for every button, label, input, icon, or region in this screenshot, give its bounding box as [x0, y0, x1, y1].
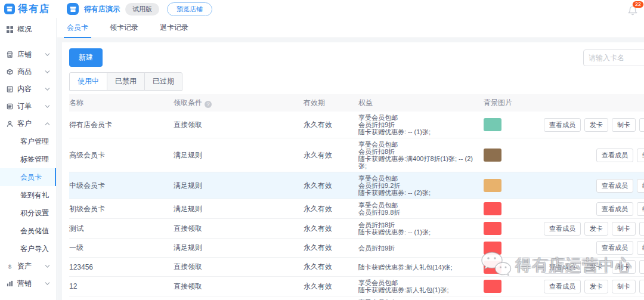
card-benefits: 享受会员包邮会员折扣8折随卡获赠优惠券:满400打8折(1)张; -- (2)张…	[358, 138, 484, 172]
view-members-button[interactable]: 查看成员	[544, 222, 581, 236]
sidebar-subitem[interactable]: 会员卡	[0, 168, 56, 186]
make-card-button[interactable]: 制卡	[612, 222, 636, 236]
table-row: 123456直接领取永久有效随卡获赠优惠券:新人礼包(14)张;查看成员发卡制卡…	[69, 258, 644, 277]
benefit-line: 会员折扣9折	[358, 245, 479, 252]
edit-button[interactable]: 编辑	[639, 222, 644, 236]
store-name: 得有店演示	[84, 4, 120, 14]
make-card-button[interactable]: 制卡	[612, 280, 636, 293]
sidebar-item[interactable]: 内容	[0, 81, 56, 98]
row-actions: 查看成员编辑	[540, 239, 644, 258]
benefit-line: 随卡获赠优惠券: -- (1)张;	[358, 128, 479, 135]
card-benefits: 会员折扣9折	[358, 239, 484, 258]
page-tab[interactable]: 会员卡	[65, 18, 90, 38]
make-card-button[interactable]: 制卡	[612, 118, 636, 132]
sidebar-item[interactable]: 客户	[0, 115, 56, 132]
sidebar-item-label: 营销	[17, 279, 32, 289]
marketing-icon	[6, 280, 13, 287]
card-name: 得有店会员卡	[69, 112, 174, 138]
edit-button[interactable]: 编辑	[639, 260, 644, 274]
edit-button[interactable]: 编辑	[639, 280, 644, 293]
card-condition: 直接领取	[174, 277, 304, 296]
column-header-validity: 有效期	[304, 94, 358, 112]
column-header-actions	[540, 94, 644, 112]
notification-bell[interactable]: 22	[627, 2, 640, 16]
sidebar-item-label: 订单	[17, 101, 32, 112]
edit-button[interactable]: 编辑	[637, 149, 644, 162]
view-members-button[interactable]: 查看成员	[544, 118, 581, 132]
view-members-button[interactable]: 查看成员	[596, 202, 633, 216]
status-filter-tab[interactable]: 已过期	[144, 72, 182, 91]
table-row: 得有店会员卡直接领取永久有效享受会员包邮会员折扣9折随卡获赠优惠券: -- (1…	[69, 112, 644, 138]
issue-card-button[interactable]: 发卡	[584, 118, 608, 132]
sidebar-subitem[interactable]: 客户管理	[0, 132, 56, 150]
card-condition: 满足规则	[174, 239, 304, 258]
benefit-line: 随卡获赠优惠券:满400打8折(1)张; -- (2)张;	[358, 155, 479, 169]
card-background-cell	[484, 296, 540, 300]
sidebar-item[interactable]: 商品	[0, 63, 56, 81]
make-card-button[interactable]: 制卡	[612, 260, 636, 274]
sidebar-subitem[interactable]: 标签管理	[0, 150, 56, 168]
card-name: 一级	[69, 239, 174, 258]
card-name: 12	[69, 277, 174, 296]
edit-button[interactable]: 编辑	[637, 202, 644, 216]
page-tab[interactable]: 领卡记录	[108, 18, 140, 38]
view-members-button[interactable]: 查看成员	[596, 149, 633, 162]
card-validity: 永久有效	[304, 112, 358, 138]
sidebar-subitem[interactable]: 签到有礼	[0, 186, 56, 204]
sidebar-item[interactable]: 店铺	[0, 46, 56, 63]
card-background-swatch	[484, 222, 501, 235]
member-cards-table: 名称领取条件?有效期权益背景图片 得有店会员卡直接领取永久有效享受会员包邮会员折…	[69, 94, 644, 300]
view-members-button[interactable]: 查看成员	[544, 260, 581, 274]
sidebar-subitem[interactable]: 积分设置	[0, 204, 56, 222]
benefit-line: 随卡获赠优惠券: -- (1)张;	[358, 228, 479, 236]
card-benefits: 会员折扣8折随卡获赠优惠券: -- (1)张;	[358, 219, 484, 239]
benefit-line: 会员折扣8折	[358, 148, 479, 155]
edit-button[interactable]: 编辑	[637, 241, 644, 255]
card-background-swatch	[484, 202, 501, 215]
sidebar-item[interactable]: 营销	[0, 275, 56, 292]
sidebar-item-label: 内容	[17, 84, 32, 94]
svg-text:$: $	[8, 264, 11, 270]
sidebar-item[interactable]: $资产	[0, 258, 56, 275]
main-area: 会员卡领卡记录退卡记录 新建 使用中已禁用已过期 名称领取条件?有效期权益背景图…	[57, 18, 644, 300]
assets-icon: $	[6, 263, 13, 270]
status-filter-tabs: 使用中已禁用已过期	[69, 72, 644, 91]
card-name: 中级会员卡	[69, 172, 174, 199]
sidebar-item-label: 商品	[17, 67, 32, 77]
sidebar-item[interactable]: 订单	[0, 98, 56, 115]
search-input[interactable]	[583, 50, 644, 66]
card-background-cell	[484, 172, 540, 199]
card-benefits: 享受会员包邮会员折扣9折随卡获赠优惠券: -- (1)张;	[358, 112, 484, 138]
trial-badge: 试用版	[125, 3, 159, 16]
benefit-line: 会员折扣9.2折	[358, 182, 479, 189]
card-condition: 直接领取	[174, 258, 304, 277]
view-members-button[interactable]: 查看成员	[544, 280, 581, 293]
page-tab[interactable]: 退卡记录	[158, 18, 190, 38]
card-background-swatch	[484, 280, 501, 293]
column-header-name: 名称	[69, 94, 174, 112]
sidebar-item[interactable]: 概况	[0, 21, 56, 38]
issue-card-button[interactable]: 发卡	[584, 222, 608, 236]
sidebar-subitem[interactable]: 客户导入	[0, 240, 56, 258]
sidebar-item-label: 客户	[17, 119, 32, 129]
status-filter-tab[interactable]: 已禁用	[107, 72, 145, 91]
issue-card-button[interactable]: 发卡	[584, 260, 608, 274]
card-benefits: 随卡获赠优惠券:新人礼包(14)张;	[358, 258, 484, 277]
issue-card-button[interactable]: 发卡	[584, 280, 608, 293]
view-members-button[interactable]: 查看成员	[596, 241, 633, 255]
sidebar-subitem[interactable]: 会员储值	[0, 222, 56, 240]
card-background-cell	[484, 258, 540, 277]
edit-button[interactable]: 编辑	[637, 179, 644, 193]
chevron-down-icon	[45, 104, 50, 109]
benefit-line: 享受会员包邮	[358, 141, 479, 148]
app-logo[interactable]: 得有店	[0, 3, 57, 16]
status-filter-tab[interactable]: 使用中	[69, 72, 107, 91]
benefit-line: 会员折扣9.8折	[358, 209, 479, 216]
new-button[interactable]: 新建	[69, 48, 103, 67]
row-actions: 查看成员发卡制卡编辑	[540, 277, 644, 296]
preview-store-button[interactable]: 预览店铺	[167, 2, 212, 16]
card-condition: 满足规则	[174, 199, 304, 219]
card-condition: 直接领取	[174, 112, 304, 138]
edit-button[interactable]: 编辑	[639, 118, 644, 132]
view-members-button[interactable]: 查看成员	[596, 179, 633, 193]
